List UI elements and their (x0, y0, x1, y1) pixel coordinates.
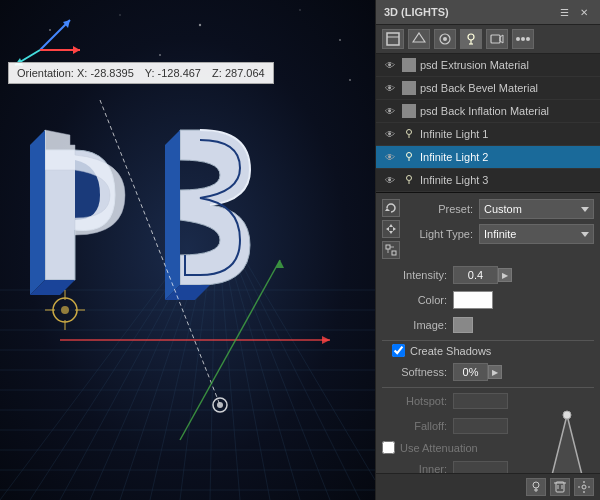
falloff-input (453, 418, 508, 434)
svg-point-2 (199, 24, 201, 26)
list-item[interactable]: 👁 Infinite Light 1 (376, 123, 600, 146)
hotspot-input (453, 393, 508, 409)
add-light-btn[interactable] (526, 478, 546, 496)
svg-point-63 (521, 37, 525, 41)
x-label: X: (77, 67, 87, 79)
svg-marker-73 (389, 224, 393, 227)
svg-point-58 (468, 34, 474, 40)
list-item-selected[interactable]: 👁 Infinite Light 2 (376, 146, 600, 169)
tab-mesh[interactable] (408, 29, 430, 49)
panel-title: 3D (LIGHTS) (384, 6, 449, 18)
svg-point-3 (299, 9, 301, 11)
eye-icon[interactable]: 👁 (382, 126, 398, 142)
settings-btn[interactable] (574, 478, 594, 496)
menu-icon[interactable]: ☰ (556, 4, 572, 20)
item-label: psd Back Bevel Material (420, 82, 594, 94)
svg-marker-55 (413, 33, 425, 42)
move-tool[interactable] (382, 220, 400, 238)
list-item[interactable]: 👁 psd Extrusion Material (376, 54, 600, 77)
softness-slider-btn[interactable]: ▶ (488, 365, 502, 379)
lights-list: 👁 psd Extrusion Material 👁 psd Back Beve… (376, 54, 600, 193)
eye-icon[interactable]: 👁 (382, 80, 398, 96)
tab-material[interactable] (434, 29, 456, 49)
properties-section: Preset: Custom Light Type: Infinite (376, 193, 600, 473)
light-cone-illustration (542, 410, 592, 473)
svg-marker-75 (386, 227, 389, 231)
item-label: Infinite Light 3 (420, 174, 594, 186)
preset-row: Preset: Custom (408, 199, 594, 219)
svg-point-57 (443, 37, 447, 41)
divider2 (382, 387, 594, 388)
right-panel: 3D (LIGHTS) ☰ ✕ (375, 0, 600, 500)
attenuation-label[interactable]: Use Attenuation (400, 442, 478, 454)
eye-icon[interactable]: 👁 (382, 149, 398, 165)
tab-extra[interactable] (512, 29, 534, 49)
falloff-label: Falloff: (382, 420, 447, 432)
item-label: Infinite Light 2 (420, 151, 594, 163)
z-label: Z: (212, 67, 222, 79)
item-thumbnail (402, 58, 416, 72)
color-row: Color: (382, 290, 594, 310)
dropdown-arrow-icon (581, 207, 589, 212)
dropdown-arrow-icon (581, 232, 589, 237)
intensity-slider-btn[interactable]: ▶ (498, 268, 512, 282)
light-type-icon (402, 150, 416, 164)
softness-input[interactable] (453, 363, 488, 381)
svg-marker-74 (389, 231, 393, 234)
tab-icons-row (376, 25, 600, 54)
y-label: Y: (145, 67, 155, 79)
viewport: Orientation: X: -28.8395 Y: -128.467 Z: … (0, 0, 375, 500)
intensity-row: Intensity: ▶ (382, 265, 594, 285)
eye-icon[interactable]: 👁 (382, 103, 398, 119)
hotspot-label: Hotspot: (382, 395, 447, 407)
y-value: -128.467 (158, 67, 201, 79)
softness-row: Softness: ▶ (382, 362, 594, 382)
svg-point-48 (61, 306, 69, 314)
z-value: 287.064 (225, 67, 265, 79)
light-type-icon (402, 173, 416, 187)
svg-point-1 (119, 14, 121, 16)
delete-light-btn[interactable] (550, 478, 570, 496)
image-swatch[interactable] (453, 317, 473, 333)
preset-dropdown[interactable]: Custom (479, 199, 594, 219)
svg-line-21 (30, 260, 185, 500)
create-shadows-label[interactable]: Create Shadows (410, 345, 491, 357)
svg-rect-78 (392, 251, 396, 255)
item-thumbnail (402, 81, 416, 95)
list-item[interactable]: 👁 psd Back Bevel Material (376, 77, 600, 100)
inner-row: Inner: (382, 459, 535, 473)
list-item[interactable]: 👁 Infinite Light 3 (376, 169, 600, 192)
svg-point-4 (339, 39, 341, 41)
svg-marker-62 (500, 35, 503, 43)
tab-camera[interactable] (486, 29, 508, 49)
eye-icon[interactable]: 👁 (382, 57, 398, 73)
light-type-dropdown[interactable]: Infinite (479, 224, 594, 244)
svg-marker-72 (385, 208, 390, 211)
close-panel-icon[interactable]: ✕ (576, 4, 592, 20)
x-value: -28.8395 (90, 67, 133, 79)
attenuation-checkbox[interactable] (382, 441, 395, 454)
svg-point-65 (526, 37, 530, 41)
color-label: Color: (382, 294, 447, 306)
svg-point-6 (159, 54, 161, 56)
header-icons: ☰ ✕ (556, 4, 592, 20)
use-attenuation-row: Use Attenuation (382, 441, 535, 454)
hotspot-row: Hotspot: (382, 391, 535, 411)
tab-lights[interactable] (460, 29, 482, 49)
color-swatch[interactable] (453, 291, 493, 309)
svg-rect-77 (386, 245, 390, 249)
svg-rect-53 (387, 33, 399, 45)
intensity-input[interactable] (453, 266, 498, 284)
preset-label: Preset: (408, 203, 473, 215)
svg-line-30 (230, 260, 300, 500)
eye-icon[interactable]: 👁 (382, 172, 398, 188)
image-row: Image: (382, 315, 594, 335)
divider (382, 340, 594, 341)
tab-scene[interactable] (382, 29, 404, 49)
svg-point-64 (516, 37, 520, 41)
item-label: psd Extrusion Material (420, 59, 594, 71)
scale-tool[interactable] (382, 241, 400, 259)
create-shadows-checkbox[interactable] (392, 344, 405, 357)
list-item[interactable]: 👁 psd Back Inflation Material (376, 100, 600, 123)
rotate-tool[interactable] (382, 199, 400, 217)
